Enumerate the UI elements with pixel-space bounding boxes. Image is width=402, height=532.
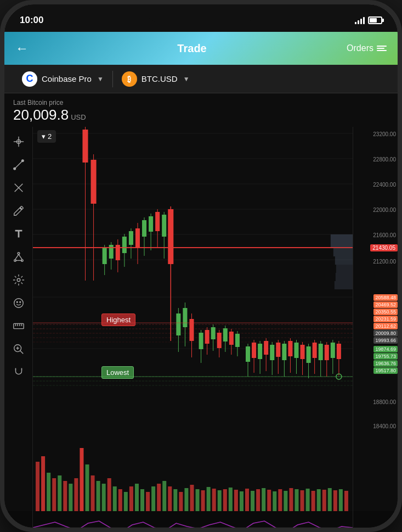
price-19755: 19755.73: [373, 353, 398, 360]
emoji-tool-button[interactable]: [8, 293, 29, 313]
svg-rect-187: [322, 490, 326, 511]
highest-label: Highest: [101, 313, 135, 326]
nodes-tool-button[interactable]: [8, 247, 29, 267]
line-tool-button[interactable]: [8, 154, 29, 175]
pair-selector[interactable]: ₿ BTC.USD ▼: [113, 67, 199, 91]
svg-rect-176: [262, 488, 265, 511]
svg-rect-62: [135, 228, 140, 248]
status-icons: [355, 16, 382, 24]
svg-rect-110: [294, 343, 298, 358]
svg-rect-58: [122, 237, 127, 253]
svg-rect-136: [41, 456, 45, 511]
price-22400: 22400.00: [373, 182, 396, 188]
svg-line-3: [14, 161, 22, 169]
indicator-area: 40.00: [4, 511, 398, 528]
svg-rect-186: [317, 489, 321, 511]
svg-rect-175: [256, 489, 260, 511]
svg-rect-159: [168, 486, 172, 511]
svg-rect-173: [245, 489, 249, 511]
period-selector[interactable]: ▾ 2: [37, 130, 56, 143]
notch: [146, 4, 256, 22]
svg-rect-142: [74, 478, 78, 511]
crosshair-button[interactable]: [8, 131, 29, 152]
magnet-button[interactable]: [8, 362, 29, 383]
exchange-dropdown-arrow: ▼: [97, 75, 104, 83]
svg-rect-189: [333, 490, 337, 511]
price-20588: 20588.48: [373, 294, 398, 301]
volume-canvas: [33, 445, 353, 511]
svg-rect-145: [91, 475, 95, 511]
svg-rect-127: [335, 256, 353, 265]
volume-axis: [353, 445, 398, 511]
svg-rect-185: [312, 491, 315, 511]
svg-rect-172: [240, 491, 244, 511]
current-price-badge: 21430.05: [370, 244, 398, 251]
svg-rect-88: [223, 328, 228, 341]
price-info: Last Bitcoin price 20,009.8 USD: [4, 93, 398, 127]
orders-label: Orders: [347, 43, 373, 53]
svg-rect-190: [339, 489, 343, 511]
back-button[interactable]: ←: [15, 41, 37, 56]
svg-rect-86: [217, 333, 222, 348]
pair-name: BTC.USD: [141, 74, 178, 83]
svg-rect-166: [207, 487, 211, 511]
exchange-selector[interactable]: C Coinbase Pro ▼: [13, 67, 112, 91]
svg-rect-154: [140, 489, 144, 511]
price-18400: 18400.00: [373, 423, 396, 429]
svg-rect-125: [331, 234, 353, 248]
svg-rect-64: [142, 220, 146, 237]
price-20350: 20350.55: [373, 309, 398, 315]
fork-tool-button[interactable]: [8, 177, 29, 198]
svg-rect-184: [306, 489, 310, 511]
svg-rect-169: [223, 489, 227, 511]
filter-tool-button[interactable]: [8, 270, 29, 290]
svg-rect-18: [13, 323, 23, 328]
page-title: Trade: [177, 42, 206, 55]
svg-rect-158: [162, 481, 166, 511]
btc-logo-icon: ₿: [122, 71, 137, 87]
svg-rect-168: [218, 490, 222, 511]
svg-point-4: [13, 168, 15, 170]
svg-rect-180: [284, 491, 287, 511]
price-19517: 19517.80: [373, 367, 398, 374]
chart-canvas[interactable]: ▾ 2: [33, 127, 353, 445]
svg-point-16: [16, 301, 18, 303]
lowest-label: Lowest: [101, 366, 134, 379]
svg-rect-54: [109, 245, 114, 259]
coinbase-logo: C: [22, 71, 37, 87]
svg-rect-82: [205, 330, 210, 344]
svg-rect-102: [270, 345, 274, 360]
svg-rect-167: [212, 489, 216, 511]
price-axis: 23200.00 22800.00 22400.00 22000.00 2160…: [353, 127, 398, 445]
svg-rect-162: [184, 488, 188, 511]
text-tool-button[interactable]: [8, 223, 29, 244]
lowest-annotation: Lowest: [101, 366, 134, 379]
candlestick-chart: [33, 127, 353, 445]
orders-button[interactable]: Orders: [347, 43, 387, 53]
phone-frame: 10:00 ← Trade Orders: [0, 0, 402, 532]
svg-rect-126: [333, 248, 353, 256]
svg-rect-74: [176, 313, 180, 335]
svg-rect-149: [113, 486, 117, 511]
pencil-tool-button[interactable]: [8, 200, 29, 221]
svg-rect-90: [229, 332, 234, 345]
svg-point-15: [14, 299, 23, 308]
battery-icon: [368, 16, 382, 24]
svg-rect-80: [199, 333, 203, 349]
svg-rect-140: [63, 481, 67, 511]
orders-icon: [377, 46, 387, 51]
svg-point-5: [21, 160, 24, 162]
price-20112: 20112.62: [373, 323, 398, 329]
svg-rect-191: [344, 491, 348, 511]
svg-rect-122: [331, 343, 335, 358]
svg-line-24: [20, 351, 23, 354]
svg-rect-152: [129, 486, 133, 511]
svg-rect-160: [173, 489, 177, 511]
price-23200: 23200.00: [373, 131, 396, 137]
svg-rect-155: [146, 492, 150, 511]
svg-rect-118: [319, 344, 323, 360]
ruler-tool-button[interactable]: [8, 316, 29, 337]
price-20009: 20009.80: [373, 330, 398, 337]
svg-rect-129: [336, 273, 353, 281]
zoom-button[interactable]: [8, 339, 29, 360]
